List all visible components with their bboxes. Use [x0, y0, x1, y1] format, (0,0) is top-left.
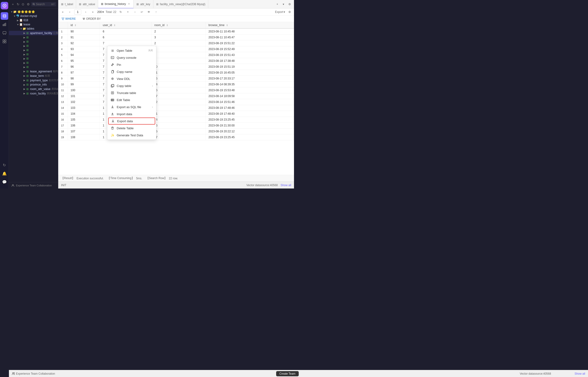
menu-item-delete-table[interactable]: Delete Table: [107, 125, 156, 132]
list-item[interactable]: ▶⊞: [9, 52, 58, 56]
tab-browsing-history[interactable]: ⊞ browsing_history ✕: [98, 0, 134, 9]
list-item[interactable]: ▶⊞: [9, 65, 58, 69]
where-filter-button[interactable]: WHERE: [60, 17, 77, 21]
list-item[interactable]: ▶⊞: [9, 39, 58, 44]
eye-button[interactable]: 👁: [146, 9, 151, 15]
chat-bottom-nav-icon[interactable]: 💬: [1, 178, 8, 186]
settings-tree-button[interactable]: ⚙: [26, 1, 30, 7]
tree-item-room-facility[interactable]: ▶ ⊞ room_facility 房间&配套关联表: [9, 91, 58, 96]
menu-item-export-data[interactable]: Export data: [108, 118, 155, 125]
cell-room-id: 16: [151, 87, 206, 93]
per-page-select[interactable]: 200 ▾: [97, 10, 104, 14]
chart-nav-icon[interactable]: [1, 21, 8, 28]
prev-page-button[interactable]: ‹: [67, 9, 72, 15]
refresh-tree-button[interactable]: ↻: [16, 1, 20, 7]
refresh-bottom-nav-icon[interactable]: ↻: [1, 161, 8, 169]
message-nav-icon[interactable]: [1, 29, 8, 37]
first-page-button[interactable]: «: [60, 9, 65, 15]
tree-item-payment-type[interactable]: ▶ ⊞ payment_type 支付方式表: [9, 78, 58, 82]
tree-item-room-attr-value[interactable]: ▶ ⊞ room_attr_value 房间&基本属性值关: [9, 87, 58, 91]
cell-room-id: 8: [151, 46, 206, 52]
tab-t-label[interactable]: ⊞ t_label: [58, 0, 76, 9]
show-all-button[interactable]: Show all: [281, 184, 291, 187]
tree-item-tables[interactable]: ▼ 📁 tables: [9, 26, 58, 31]
add-connection-button[interactable]: +: [11, 1, 15, 7]
tree-item-root[interactable]: ▼ 📁 🌟🌟🌟🌟🌟: [9, 10, 58, 14]
table-row[interactable]: 5 94 7 3 2023-08-19 15:51:43: [58, 52, 294, 58]
menu-item-pin[interactable]: Pin: [107, 61, 156, 68]
menu-item-truncate-table[interactable]: Truncate table: [107, 89, 156, 96]
locate-tree-button[interactable]: ⊙: [21, 1, 25, 7]
tab-facility-info-view[interactable]: ⊞ facility_info_view(@Chat2DB Mysql): [153, 0, 209, 9]
col-header-user-id[interactable]: user_id ⇕: [100, 22, 151, 28]
menu-item-export-sql[interactable]: Export as SQL file ›: [107, 103, 156, 110]
table-row[interactable]: 9 98 7 15 2023-08-17 20:33:17: [58, 76, 294, 82]
tree-item-lease-term[interactable]: ▶ ⊞ lease_term 租期: [9, 74, 58, 78]
menu-item-generate-test[interactable]: ✨ Generate Test Data: [107, 132, 156, 139]
cell-browse-time: 2023-08-18 17:38:48: [205, 58, 294, 64]
page-number-input[interactable]: [74, 9, 81, 15]
bell-nav-icon[interactable]: 🔔: [1, 170, 8, 177]
table-row[interactable]: 17 106 1 16 2023-08-19 21:30:00: [58, 123, 294, 129]
table-row[interactable]: 13 102 7 12 2023-08-14 15:51:46: [58, 99, 294, 105]
col-header-room-id[interactable]: room_id ⇕: [151, 22, 206, 28]
menu-item-edit-table[interactable]: Edit Table: [107, 96, 156, 103]
add-tab-button[interactable]: +: [275, 2, 280, 7]
table-row[interactable]: 1 90 6 2 2023-08-11 10:45:48: [58, 28, 294, 35]
table-row[interactable]: 12 101 7 17 2023-08-14 18:09:58: [58, 93, 294, 99]
menu-item-open-table[interactable]: ⊞ Open Table 关闭: [107, 47, 156, 54]
tab-close-browsing-history[interactable]: ✕: [127, 2, 131, 6]
list-item[interactable]: ▶⊞: [9, 35, 58, 39]
tab-settings-button[interactable]: ⚙: [287, 2, 292, 7]
next-page-button[interactable]: ›: [83, 9, 88, 15]
tree-search-input[interactable]: [36, 3, 50, 6]
view-ddl-icon: [111, 77, 114, 81]
database-nav-icon[interactable]: [1, 12, 8, 20]
export-button[interactable]: Export ▾: [275, 10, 285, 14]
table-row[interactable]: 11 100 7 16 2023-08-19 15:53:48: [58, 87, 294, 93]
table-row[interactable]: 4 93 7 8 2023-08-19 15:52:49: [58, 46, 294, 52]
tree-item-province-info[interactable]: ▶ ⊞ province_info: [9, 82, 58, 87]
menu-item-import-data[interactable]: Import data: [107, 110, 156, 118]
orderby-button[interactable]: ORDER BY: [81, 17, 102, 21]
table-row[interactable]: 16 105 1 14 2023-08-19 23:25:45: [58, 117, 294, 123]
tree-item-docker-mysql[interactable]: ▼ 🐬 docker-mysql: [9, 14, 58, 18]
tab-attr-value[interactable]: ⊞ attr_value: [76, 0, 98, 9]
table-row[interactable]: 3 92 7 2 2023-08-19 15:51:22: [58, 40, 294, 46]
table-row[interactable]: 18 107 1 15 2023-08-19 20:22:12: [58, 129, 294, 134]
result-label: 【Result】: [61, 176, 75, 180]
list-item[interactable]: ▶⊞: [9, 48, 58, 52]
table-row[interactable]: 10 99 7 14 2023-08-14 08:39:35: [58, 82, 294, 87]
table-row[interactable]: 19 108 1 17 2023-08-19 23:25:45: [58, 134, 294, 140]
table-row[interactable]: 8 97 7 11 2023-08-15 16:45:05: [58, 70, 294, 76]
table-settings-button[interactable]: ⚙: [287, 9, 292, 15]
table-row[interactable]: 6 95 7 9 2023-08-18 17:38:48: [58, 58, 294, 64]
grid-nav-icon[interactable]: [1, 38, 8, 45]
list-item[interactable]: ▶⊞: [9, 44, 58, 48]
menu-item-query-console[interactable]: Query console: [107, 54, 156, 61]
table-row[interactable]: 2 91 6 3 2023-08-11 10:45:47: [58, 35, 294, 40]
menu-item-copy-name[interactable]: Copy name: [107, 68, 156, 75]
list-item[interactable]: ▶⊞: [9, 61, 58, 65]
remove-row-button[interactable]: −: [132, 9, 137, 15]
tree-item-lease[interactable]: ▼ 📋 lease: [9, 22, 58, 26]
more-tabs-button[interactable]: ▾: [281, 2, 286, 7]
col-header-id[interactable]: id ⇕: [68, 22, 100, 28]
tree-search-box[interactable]: ⌘F: [31, 2, 56, 6]
table-row[interactable]: 7 96 7 10 2023-08-19 15:51:19: [58, 64, 294, 70]
col-header-browse-time[interactable]: browse_time ⇕: [205, 22, 294, 28]
last-page-button[interactable]: »: [90, 9, 95, 15]
refresh-data-button[interactable]: ↻: [118, 9, 123, 15]
tab-attr-key[interactable]: ⊞ attr_key: [134, 0, 153, 9]
menu-item-copy-table[interactable]: Copy table ›: [107, 82, 156, 89]
menu-item-view-ddl[interactable]: View DDL: [107, 75, 156, 82]
undo-button[interactable]: ↩: [139, 9, 144, 15]
table-row[interactable]: 15 104 1 11 2023-08-19 17:48:40: [58, 111, 294, 117]
add-row-button[interactable]: +: [125, 9, 130, 15]
tree-item-618[interactable]: ▶ 📋 618: [9, 18, 58, 22]
tree-item-apartment-facility[interactable]: ▶ ⊞ apartment_facility 公寓&配套关联表: [9, 31, 58, 35]
upload-button[interactable]: ↑: [153, 9, 158, 15]
tree-item-lease-agreement[interactable]: ▶ ⊞ lease_agreement 租约信息表: [9, 69, 58, 74]
list-item[interactable]: ▶⊞: [9, 56, 58, 61]
table-row[interactable]: 14 103 1 2 2023-08-19 17:48:46: [58, 105, 294, 111]
